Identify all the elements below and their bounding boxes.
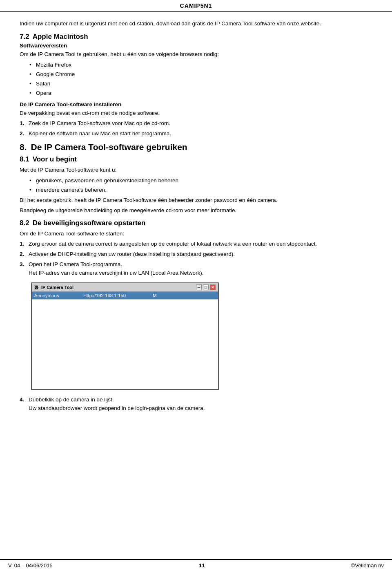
window-mockup: 🖼 IP Camera Tool ─ □ ✕ Anonymous Http://… — [31, 282, 219, 390]
subsection-82-intro: Om de IP Camera Tool-software te starten… — [20, 230, 372, 238]
step-2: 2. Kopieer de software naar uw Mac en st… — [20, 130, 372, 138]
section-8-number: 8. — [20, 142, 27, 152]
step-text: Open het IP Camera Tool-programma. Het I… — [29, 260, 372, 278]
section-72-title: Apple Macintosh — [33, 33, 88, 40]
subsection-82-number: 8.2 — [20, 219, 29, 227]
window-body: Anonymous Http://192.168.1:150 M — [32, 292, 218, 389]
step-82-4: 4. Dubbelklik op de camera in de lijst. … — [20, 396, 372, 413]
software-req-intro: Om de IP Camera Tool te gebruiken, hebt … — [20, 50, 372, 59]
window-title: 🖼 IP Camera Tool — [34, 285, 74, 290]
subsection-82-title: De beveiligingssoftware opstarten — [33, 219, 146, 227]
step-text: Zoek de IP Camera Tool-software voor Mac… — [29, 119, 372, 128]
note1: Bij het eerste gebruik, heeft de IP Came… — [20, 196, 372, 205]
list-item: meerdere camera's beheren. — [29, 186, 372, 195]
subsection-81-intro: Met de IP Camera Tool-software kunt u: — [20, 166, 372, 175]
maximize-button[interactable]: □ — [203, 284, 209, 290]
list-item: Mozilla Firefox — [29, 60, 372, 70]
step-82-3: 3. Open het IP Camera Tool-programma. He… — [20, 260, 372, 278]
step-text: Zorg ervoor dat de camera correct is aan… — [29, 240, 372, 249]
browser-list: Mozilla Firefox Google Chrome Safari Ope… — [29, 60, 372, 98]
main-content: Indien uw computer niet is uitgerust met… — [0, 12, 392, 559]
subsection-82-heading: 8.2De beveiligingssoftware opstarten — [20, 219, 372, 227]
page: CAMIP5N1 Indien uw computer niet is uitg… — [0, 0, 392, 571]
install-label: De IP Camera Tool-software installeren — [20, 101, 372, 107]
minimize-button[interactable]: ─ — [196, 284, 202, 290]
footer-page: 11 — [199, 562, 205, 569]
step-82-1: 1. Zorg ervoor dat de camera correct is … — [20, 240, 372, 249]
note2: Raadpleeg de uitgebreide handleiding op … — [20, 206, 372, 215]
step-1: 1. Zoek de IP Camera Tool-software voor … — [20, 119, 372, 128]
window-col2: Http://192.168.1:150 — [83, 293, 153, 298]
step-num: 2. — [20, 250, 29, 259]
step-text: Dubbelklik op de camera in de lijst. Uw … — [29, 396, 372, 413]
step-subtext: Het IP-adres van de camera verschijnt in… — [29, 270, 203, 276]
intro-paragraph: Indien uw computer niet is uitgerust met… — [20, 20, 372, 28]
section-8-heading: 8. De IP Camera Tool-software gebruiken — [20, 142, 372, 152]
step-text: Kopieer de software naar uw Mac en start… — [29, 130, 372, 138]
software-req-label: Softwarevereisten — [20, 43, 372, 49]
window-titlebar: 🖼 IP Camera Tool ─ □ ✕ — [32, 283, 218, 292]
window-list-header: Anonymous Http://192.168.1:150 M — [32, 292, 218, 299]
list-item: Google Chrome — [29, 70, 372, 79]
step-num: 1. — [20, 240, 29, 249]
subsection-81-heading: 8.1Voor u begint — [20, 155, 372, 163]
step-text: Activeer de DHCP-instelling van uw route… — [29, 250, 372, 259]
install-text: De verpakking bevat een cd-rom met de no… — [20, 109, 372, 118]
window-controls: ─ □ ✕ — [196, 284, 216, 290]
page-header: CAMIP5N1 — [0, 0, 392, 12]
step-num: 4. — [20, 396, 29, 413]
section-8-title: De IP Camera Tool-software gebruiken — [31, 142, 187, 152]
subsection-81-number: 8.1 — [20, 155, 29, 163]
footer-version: V. 04 – 04/06/2015 — [8, 562, 53, 569]
step-num: 2. — [20, 130, 29, 138]
step-num: 1. — [20, 119, 29, 128]
step-subtext: Uw standaardbrowser wordt geopend in de … — [29, 405, 205, 411]
window-list-content — [32, 299, 218, 389]
list-item: gebruikers, paswoorden en gebruikerstoel… — [29, 176, 372, 186]
window-col3: M — [153, 293, 165, 298]
step-82-2: 2. Activeer de DHCP-instelling van uw ro… — [20, 250, 372, 259]
page-footer: V. 04 – 04/06/2015 11 ©Velleman nv — [0, 559, 392, 571]
footer-company: ©Velleman nv — [351, 562, 384, 569]
window-col1: Anonymous — [34, 293, 83, 298]
close-button[interactable]: ✕ — [210, 284, 216, 290]
header-title: CAMIP5N1 — [180, 2, 212, 9]
section-72-heading: 7.2Apple Macintosh — [20, 33, 372, 41]
list-item: Safari — [29, 79, 372, 89]
list-item: Opera — [29, 89, 372, 98]
subsection-81-bullets: gebruikers, paswoorden en gebruikerstoel… — [29, 176, 372, 195]
step-num: 3. — [20, 260, 29, 278]
section-72-number: 7.2 — [20, 33, 29, 40]
subsection-81-title: Voor u begint — [33, 155, 77, 163]
